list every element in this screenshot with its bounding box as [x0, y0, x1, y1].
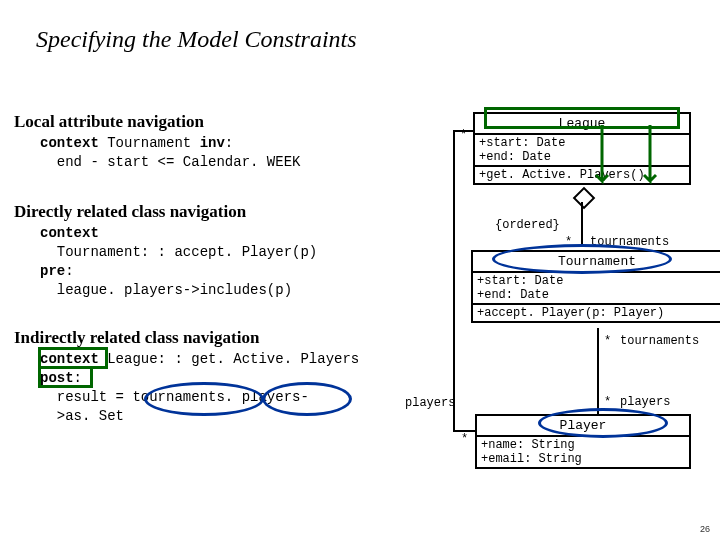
- heading-local-attr: Local attribute navigation: [14, 112, 204, 132]
- green-arrow-league-down: [594, 125, 614, 195]
- uml-tournament-attrs: +start: Date +end: Date: [473, 273, 720, 305]
- heading-indirect-nav: Indirectly related class navigation: [14, 328, 259, 348]
- mult-star-4: *: [460, 128, 467, 142]
- uml-player-attrs: +name: String +email: String: [477, 437, 689, 467]
- uml-tournament-ops: +accept. Player(p: Player): [473, 305, 720, 321]
- assoc-line-league-tournament: [581, 202, 583, 246]
- page-title: Specifying the Model Constraints: [36, 26, 357, 53]
- mult-star-2: *: [604, 334, 611, 348]
- assoc-line-v-left: [453, 130, 455, 430]
- role-players-2: players: [405, 396, 455, 410]
- aggregation-diamond-icon: [573, 187, 596, 210]
- ellipse-tournament-class: [492, 244, 672, 274]
- page-number: 26: [700, 524, 710, 534]
- ellipse-tournaments: [144, 382, 264, 416]
- mult-star-5: *: [461, 432, 468, 446]
- ellipse-player-class: [538, 408, 668, 438]
- code-local-attr: context Tournament inv: end - start <= C…: [40, 134, 300, 172]
- ordered-constraint: {ordered}: [495, 218, 560, 232]
- role-players-1: players: [620, 395, 670, 409]
- mult-star-3: *: [604, 395, 611, 409]
- ellipse-players: [262, 382, 352, 416]
- heading-direct-nav: Directly related class navigation: [14, 202, 246, 222]
- green-arrow-league-down-2: [642, 125, 662, 195]
- highlight-post-kw: [38, 366, 93, 388]
- assoc-line-tournament-player: [597, 328, 599, 414]
- role-tournaments-2: tournaments: [620, 334, 699, 348]
- code-direct-nav: context Tournament: : accept. Player(p) …: [40, 224, 317, 300]
